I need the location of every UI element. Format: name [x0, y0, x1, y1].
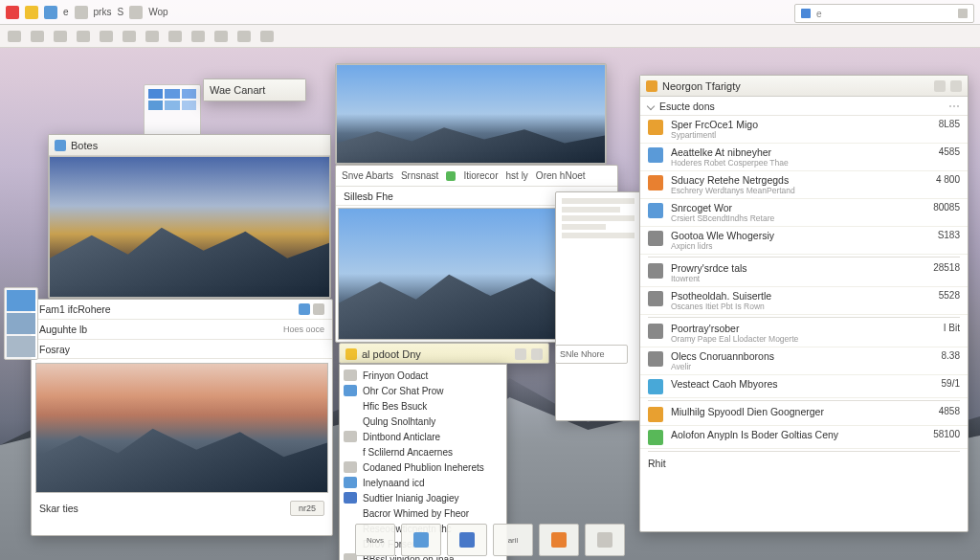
activity-row[interactable]: Snrcoget WorCrsiert SBcendtIndhs Retare …: [640, 199, 968, 227]
tool-icon[interactable]: [122, 31, 136, 42]
footer-label: Skar ties: [39, 503, 78, 514]
row-icon: [648, 291, 663, 306]
action-icon[interactable]: [515, 348, 526, 360]
small-label: SNle Nhore: [560, 349, 605, 359]
menu-item[interactable]: Dintbond Anticlare: [340, 429, 506, 444]
tool-icon[interactable]: [214, 31, 228, 42]
menu-item[interactable]: Qulng Snolhtanly: [340, 414, 506, 429]
share-icon[interactable]: [934, 80, 946, 92]
app-icon[interactable]: [25, 6, 38, 19]
footer-button[interactable]: nr25: [290, 501, 324, 516]
tool-icon[interactable]: [191, 31, 205, 42]
tab-icon: [446, 171, 456, 181]
palette-widget[interactable]: [144, 84, 201, 138]
app-icon[interactable]: [75, 6, 88, 19]
taskbar-item[interactable]: Novs: [355, 524, 395, 556]
menu-item[interactable]: Bacror Whimed by Fheor: [340, 505, 506, 521]
activity-row[interactable]: Gootoa Wle WhogersiyAxpicn lidrs S183: [640, 227, 968, 255]
tab[interactable]: Snve Abarts: [342, 170, 393, 181]
thumb-small[interactable]: [7, 290, 35, 311]
activity-row[interactable]: Sper FrcOce1 MigoSypartimentl 8L85: [640, 116, 968, 144]
row-subtitle: Oramy Pape Eal Llodacter Mogerte: [671, 334, 936, 344]
menu-item[interactable]: prks: [94, 7, 112, 17]
tool-icon[interactable]: [8, 31, 21, 42]
tool-icon[interactable]: [54, 31, 67, 42]
window-properties[interactable]: Fam1 ifcRohere Auguhte lb Hoes ooce Fosr…: [31, 299, 333, 536]
taskbar-item[interactable]: [447, 524, 487, 556]
palette-title: Wae Canart: [210, 84, 265, 96]
search-box[interactable]: e: [794, 4, 974, 23]
window-botes[interactable]: Botes: [48, 134, 331, 299]
tab[interactable]: Oren hNoet: [536, 170, 586, 181]
taskbar: Novs aril: [355, 522, 625, 558]
row-icon: [648, 231, 663, 246]
activity-row[interactable]: Sduacy Retehe NetrgegdsEschrery Werdtany…: [640, 171, 968, 199]
row-title: Vesteact Caoh Mbyores: [671, 378, 934, 390]
thumb-small[interactable]: [7, 313, 35, 334]
row-title: Snrcoget Wor: [671, 202, 925, 213]
titlebar[interactable]: Neorgon Tfarigty: [640, 76, 968, 97]
row-icon: [648, 324, 663, 339]
window-textdoc[interactable]: [555, 191, 641, 421]
activity-row[interactable]: Aeattelke At nibneyherHoderes Robet Cosp…: [640, 144, 968, 171]
tab[interactable]: hst ly: [506, 170, 528, 181]
row-icon: [648, 430, 663, 445]
thumb-strip[interactable]: [4, 287, 38, 360]
taskbar-item[interactable]: [539, 524, 579, 556]
activity-row[interactable]: Olecs CnoruannboronsAvelir 8.38: [640, 347, 968, 375]
tab[interactable]: Srnsnast: [401, 170, 438, 181]
field-icon[interactable]: [313, 303, 324, 315]
menu-item[interactable]: Frinyon Oodact: [340, 368, 506, 383]
taskbar-item[interactable]: [585, 524, 625, 556]
menu-item[interactable]: Hfic Bes Bsuck: [340, 398, 506, 414]
search-icon: [801, 9, 811, 18]
row-icon: [648, 379, 663, 394]
tool-icon[interactable]: [237, 31, 251, 42]
activity-row[interactable]: Vesteact Caoh Mbyores 59/1: [640, 375, 968, 398]
action-icon[interactable]: [531, 348, 543, 360]
activity-row[interactable]: Miulhilg Spyoodl Dien Goognerger 4858: [640, 403, 968, 426]
menu-item[interactable]: Wop: [148, 7, 167, 17]
tool-icon[interactable]: [260, 31, 274, 42]
menu-item[interactable]: Codaned Phublion Ineherets: [340, 459, 506, 475]
row-value: 59/1: [942, 378, 960, 389]
tool-icon[interactable]: [168, 31, 182, 42]
row-value: S183: [938, 230, 960, 240]
menu-item[interactable]: f Sclilernd Ancaernes: [340, 444, 506, 459]
settings-icon[interactable]: [950, 80, 962, 92]
search-action-icon[interactable]: [958, 9, 968, 18]
taskbar-item[interactable]: [401, 524, 441, 556]
row-subtitle: Axpicn lidrs: [671, 241, 930, 251]
menu-item[interactable]: Ohr Cor Shat Prow: [340, 383, 506, 398]
window-activity[interactable]: Neorgon Tfarigty Esucte dons ⋯ Sper FrcO…: [639, 75, 969, 532]
subtitle: Sillesb Fhe: [344, 190, 393, 202]
tool-icon[interactable]: [31, 31, 44, 42]
tool-icon[interactable]: [100, 31, 113, 42]
chevron-right-icon[interactable]: [647, 101, 655, 109]
menu-item[interactable]: S: [117, 7, 123, 17]
window-preview-top[interactable]: [335, 63, 607, 165]
menu-item[interactable]: e: [63, 7, 69, 17]
row-title: Prowry'srdce tals: [671, 262, 925, 274]
menu-item[interactable]: Sudtier lnianig Joagiey: [340, 490, 506, 505]
tool-icon[interactable]: [145, 31, 159, 42]
thumb-small[interactable]: [7, 336, 35, 357]
taskbar-item[interactable]: aril: [493, 524, 533, 556]
row-title: Aeattelke At nibneyher: [671, 146, 931, 158]
tab[interactable]: Itiorecor: [463, 170, 498, 181]
activity-row[interactable]: Poortray'rsoberOramy Pape Eal Llodacter …: [640, 320, 968, 347]
more-icon[interactable]: ⋯: [948, 100, 960, 113]
activity-row[interactable]: Aolofon Anypln Is Boder Goltias Ceny 581…: [640, 426, 968, 449]
field-label: Fam1 ifcRohere: [39, 303, 111, 315]
menu-item[interactable]: Inelynaand icd: [340, 475, 506, 490]
row-value: 8L85: [939, 119, 960, 129]
row-title: Psotheoldah. Suisertle: [671, 290, 931, 302]
activity-row[interactable]: Prowry'srdce talsItowrent 28518: [640, 259, 968, 287]
activity-row[interactable]: Psotheoldah. SuisertleOscanes Itiet Pbt …: [640, 287, 968, 315]
app-icon[interactable]: [6, 6, 19, 19]
tool-icon[interactable]: [77, 31, 90, 42]
app-icon[interactable]: [44, 6, 57, 19]
titlebar[interactable]: Botes: [49, 135, 330, 156]
field-icon[interactable]: [299, 303, 310, 315]
app-icon[interactable]: [129, 6, 143, 19]
